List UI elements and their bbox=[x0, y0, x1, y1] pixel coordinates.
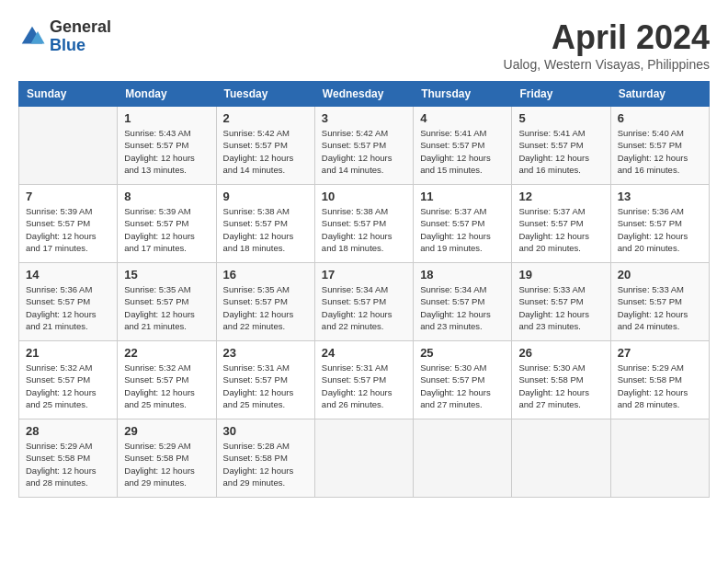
day-info: Sunrise: 5:28 AMSunset: 5:58 PMDaylight:… bbox=[223, 441, 294, 488]
calendar-cell: 9 Sunrise: 5:38 AMSunset: 5:57 PMDayligh… bbox=[216, 185, 314, 263]
day-number: 8 bbox=[124, 190, 209, 203]
calendar-cell: 10 Sunrise: 5:38 AMSunset: 5:57 PMDaylig… bbox=[314, 185, 413, 263]
day-number: 11 bbox=[420, 190, 505, 203]
day-info: Sunrise: 5:42 AMSunset: 5:57 PMDaylight:… bbox=[223, 128, 294, 175]
calendar-cell: 18 Sunrise: 5:34 AMSunset: 5:57 PMDaylig… bbox=[414, 263, 512, 341]
calendar-cell: 29 Sunrise: 5:29 AMSunset: 5:58 PMDaylig… bbox=[118, 419, 216, 498]
header-thursday: Thursday bbox=[414, 82, 512, 107]
calendar-cell: 19 Sunrise: 5:33 AMSunset: 5:57 PMDaylig… bbox=[512, 263, 610, 341]
header-monday: Monday bbox=[118, 82, 216, 107]
day-number: 24 bbox=[322, 346, 406, 360]
day-info: Sunrise: 5:34 AMSunset: 5:57 PMDaylight:… bbox=[420, 284, 491, 331]
day-info: Sunrise: 5:42 AMSunset: 5:57 PMDaylight:… bbox=[322, 128, 392, 175]
day-info: Sunrise: 5:30 AMSunset: 5:58 PMDaylight:… bbox=[518, 362, 589, 409]
day-number: 12 bbox=[518, 190, 603, 203]
day-info: Sunrise: 5:30 AMSunset: 5:57 PMDaylight:… bbox=[420, 362, 491, 409]
day-info: Sunrise: 5:36 AMSunset: 5:57 PMDaylight:… bbox=[26, 284, 97, 331]
location-title: Ualog, Western Visayas, Philippines bbox=[504, 57, 710, 72]
calendar-cell bbox=[610, 419, 709, 498]
calendar-cell: 17 Sunrise: 5:34 AMSunset: 5:57 PMDaylig… bbox=[314, 263, 413, 341]
header-sunday: Sunday bbox=[19, 82, 118, 107]
calendar-cell: 15 Sunrise: 5:35 AMSunset: 5:57 PMDaylig… bbox=[118, 263, 216, 341]
logo-text: General Blue bbox=[50, 18, 111, 55]
day-number: 1 bbox=[124, 111, 209, 125]
day-info: Sunrise: 5:39 AMSunset: 5:57 PMDaylight:… bbox=[26, 206, 97, 253]
day-number: 29 bbox=[124, 424, 209, 438]
day-number: 3 bbox=[322, 111, 406, 125]
header-friday: Friday bbox=[512, 82, 610, 107]
calendar-cell: 28 Sunrise: 5:29 AMSunset: 5:58 PMDaylig… bbox=[19, 419, 118, 498]
day-number: 14 bbox=[26, 268, 110, 282]
logo: General Blue bbox=[18, 18, 111, 55]
day-number: 6 bbox=[618, 111, 702, 125]
day-info: Sunrise: 5:37 AMSunset: 5:57 PMDaylight:… bbox=[518, 206, 589, 253]
calendar-cell: 27 Sunrise: 5:29 AMSunset: 5:58 PMDaylig… bbox=[610, 341, 709, 419]
day-number: 15 bbox=[124, 268, 209, 282]
calendar-cell bbox=[19, 107, 118, 185]
day-number: 26 bbox=[518, 346, 603, 360]
day-number: 17 bbox=[322, 268, 406, 282]
calendar-cell: 16 Sunrise: 5:35 AMSunset: 5:57 PMDaylig… bbox=[216, 263, 314, 341]
day-info: Sunrise: 5:29 AMSunset: 5:58 PMDaylight:… bbox=[618, 362, 688, 409]
calendar-cell: 3 Sunrise: 5:42 AMSunset: 5:57 PMDayligh… bbox=[314, 107, 413, 185]
day-number: 4 bbox=[420, 111, 505, 125]
header-row: Sunday Monday Tuesday Wednesday Thursday… bbox=[19, 82, 710, 107]
day-info: Sunrise: 5:31 AMSunset: 5:57 PMDaylight:… bbox=[223, 362, 294, 409]
calendar-cell: 1 Sunrise: 5:43 AMSunset: 5:57 PMDayligh… bbox=[118, 107, 216, 185]
day-number: 16 bbox=[223, 268, 308, 282]
day-info: Sunrise: 5:29 AMSunset: 5:58 PMDaylight:… bbox=[124, 441, 195, 488]
calendar-cell: 8 Sunrise: 5:39 AMSunset: 5:57 PMDayligh… bbox=[118, 185, 216, 263]
day-number: 22 bbox=[124, 346, 209, 360]
day-number: 19 bbox=[518, 268, 603, 282]
day-info: Sunrise: 5:34 AMSunset: 5:57 PMDaylight:… bbox=[322, 284, 392, 331]
header-tuesday: Tuesday bbox=[216, 82, 314, 107]
week-row-3: 21 Sunrise: 5:32 AMSunset: 5:57 PMDaylig… bbox=[19, 341, 710, 419]
day-number: 20 bbox=[618, 268, 702, 282]
calendar-cell: 6 Sunrise: 5:40 AMSunset: 5:57 PMDayligh… bbox=[610, 107, 709, 185]
month-title: April 2024 bbox=[504, 18, 710, 57]
day-info: Sunrise: 5:33 AMSunset: 5:57 PMDaylight:… bbox=[618, 284, 688, 331]
day-info: Sunrise: 5:43 AMSunset: 5:57 PMDaylight:… bbox=[124, 128, 195, 175]
logo-blue: Blue bbox=[50, 37, 111, 55]
calendar-cell: 21 Sunrise: 5:32 AMSunset: 5:57 PMDaylig… bbox=[19, 341, 118, 419]
calendar-cell: 30 Sunrise: 5:28 AMSunset: 5:58 PMDaylig… bbox=[216, 419, 314, 498]
day-info: Sunrise: 5:33 AMSunset: 5:57 PMDaylight:… bbox=[518, 284, 589, 331]
day-info: Sunrise: 5:32 AMSunset: 5:57 PMDaylight:… bbox=[124, 362, 195, 409]
header-wednesday: Wednesday bbox=[314, 82, 413, 107]
week-row-4: 28 Sunrise: 5:29 AMSunset: 5:58 PMDaylig… bbox=[19, 419, 710, 498]
day-info: Sunrise: 5:31 AMSunset: 5:57 PMDaylight:… bbox=[322, 362, 392, 409]
day-info: Sunrise: 5:41 AMSunset: 5:57 PMDaylight:… bbox=[420, 128, 491, 175]
calendar-cell: 22 Sunrise: 5:32 AMSunset: 5:57 PMDaylig… bbox=[118, 341, 216, 419]
calendar-cell: 2 Sunrise: 5:42 AMSunset: 5:57 PMDayligh… bbox=[216, 107, 314, 185]
calendar-cell: 26 Sunrise: 5:30 AMSunset: 5:58 PMDaylig… bbox=[512, 341, 610, 419]
day-info: Sunrise: 5:37 AMSunset: 5:57 PMDaylight:… bbox=[420, 206, 491, 253]
calendar-table: Sunday Monday Tuesday Wednesday Thursday… bbox=[18, 81, 710, 498]
day-info: Sunrise: 5:41 AMSunset: 5:57 PMDaylight:… bbox=[518, 128, 589, 175]
calendar-cell: 14 Sunrise: 5:36 AMSunset: 5:57 PMDaylig… bbox=[19, 263, 118, 341]
day-info: Sunrise: 5:29 AMSunset: 5:58 PMDaylight:… bbox=[26, 441, 97, 488]
day-number: 10 bbox=[322, 190, 406, 203]
header-saturday: Saturday bbox=[610, 82, 709, 107]
logo-icon bbox=[18, 23, 46, 51]
calendar-cell: 5 Sunrise: 5:41 AMSunset: 5:57 PMDayligh… bbox=[512, 107, 610, 185]
day-number: 2 bbox=[223, 111, 308, 125]
week-row-0: 1 Sunrise: 5:43 AMSunset: 5:57 PMDayligh… bbox=[19, 107, 710, 185]
day-number: 30 bbox=[223, 424, 308, 438]
logo-general: General bbox=[50, 18, 111, 37]
day-info: Sunrise: 5:39 AMSunset: 5:57 PMDaylight:… bbox=[124, 206, 195, 253]
day-info: Sunrise: 5:35 AMSunset: 5:57 PMDaylight:… bbox=[124, 284, 195, 331]
calendar-cell: 23 Sunrise: 5:31 AMSunset: 5:57 PMDaylig… bbox=[216, 341, 314, 419]
day-number: 27 bbox=[618, 346, 702, 360]
week-row-1: 7 Sunrise: 5:39 AMSunset: 5:57 PMDayligh… bbox=[19, 185, 710, 263]
day-number: 9 bbox=[223, 190, 308, 203]
calendar-cell: 13 Sunrise: 5:36 AMSunset: 5:57 PMDaylig… bbox=[610, 185, 709, 263]
day-number: 28 bbox=[26, 424, 110, 438]
day-info: Sunrise: 5:38 AMSunset: 5:57 PMDaylight:… bbox=[223, 206, 294, 253]
day-number: 5 bbox=[518, 111, 603, 125]
day-number: 13 bbox=[618, 190, 702, 203]
calendar-cell: 25 Sunrise: 5:30 AMSunset: 5:57 PMDaylig… bbox=[414, 341, 512, 419]
day-number: 25 bbox=[420, 346, 505, 360]
day-number: 21 bbox=[26, 346, 110, 360]
calendar-cell: 4 Sunrise: 5:41 AMSunset: 5:57 PMDayligh… bbox=[414, 107, 512, 185]
day-info: Sunrise: 5:40 AMSunset: 5:57 PMDaylight:… bbox=[618, 128, 688, 175]
